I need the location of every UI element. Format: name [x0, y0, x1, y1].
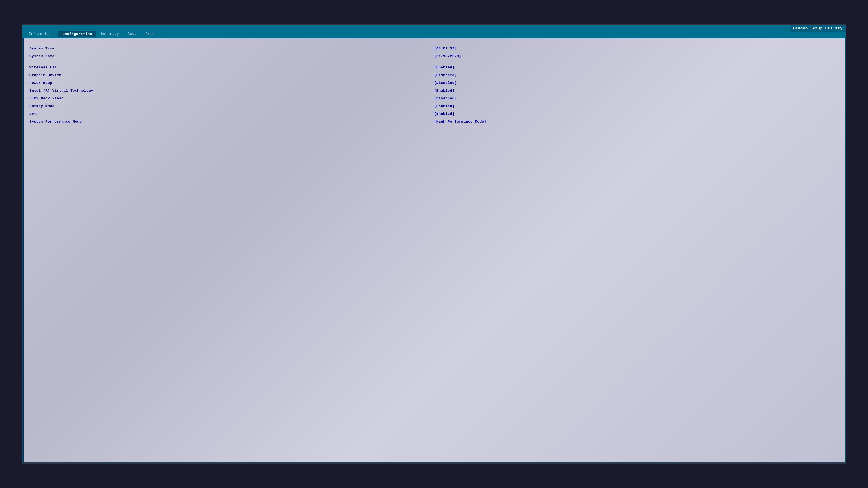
setting-value-intel-vt[interactable]: [Enabled] — [434, 87, 838, 95]
setting-row-bios-back-flash[interactable]: BIOS Back Flash[Disabled] — [30, 95, 838, 102]
setting-value-system-date[interactable]: [01/18/2020] — [434, 53, 838, 60]
branding-title: Lenovo Setup Utility — [790, 25, 846, 32]
menu-item-information[interactable]: Information — [25, 31, 58, 37]
setting-label-system-time: System Time — [30, 45, 434, 53]
setting-row-system-date[interactable]: System Date[01/18/2020] — [30, 53, 838, 60]
setting-row-hotkey-mode[interactable]: HotKey Mode[Enabled] — [30, 102, 838, 110]
menu-item-exit[interactable]: Exit — [141, 31, 159, 37]
setting-value-system-performance-mode[interactable]: [High Performance Mode] — [434, 118, 838, 126]
setting-value-graphic-device[interactable]: [Discrete] — [434, 71, 838, 79]
bios-screen: Lenovo Setup Utility InformationConfigur… — [22, 24, 846, 463]
setting-value-wireless-lan[interactable]: [Enabled] — [434, 64, 838, 71]
setting-row-system-time[interactable]: System Time[08:01:33] — [30, 45, 838, 53]
setting-label-system-date: System Date — [30, 53, 434, 60]
setting-label-dptf: DPTF — [30, 110, 434, 118]
setting-label-bios-back-flash: BIOS Back Flash — [30, 95, 434, 102]
setting-row-dptf[interactable]: DPTF[Enabled] — [30, 110, 838, 118]
menu-bar: InformationConfigurationSecurityBootExit — [22, 25, 846, 38]
setting-row-power-beep[interactable]: Power Beep[Disabled] — [30, 79, 838, 87]
menu-item-configuration[interactable]: Configuration — [58, 31, 96, 37]
setting-value-system-time[interactable]: [08:01:33] — [434, 45, 838, 53]
setting-label-hotkey-mode: HotKey Mode — [30, 102, 434, 110]
setting-row-intel-vt[interactable]: Intel (R) Virtual Technology[Enabled] — [30, 87, 838, 95]
setting-row-graphic-device[interactable]: Graphic Device[Discrete] — [30, 71, 838, 79]
setting-row-system-performance-mode[interactable]: System Performance Mode[High Performance… — [30, 118, 838, 126]
setting-label-power-beep: Power Beep — [30, 79, 434, 87]
menu-item-boot[interactable]: Boot — [123, 31, 141, 37]
setting-value-bios-back-flash[interactable]: [Disabled] — [434, 95, 838, 102]
setting-value-power-beep[interactable]: [Disabled] — [434, 79, 838, 87]
menu-item-security[interactable]: Security — [96, 31, 123, 37]
setting-value-hotkey-mode[interactable]: [Enabled] — [434, 102, 838, 110]
setting-label-wireless-lan: Wireless LAN — [30, 64, 434, 71]
setting-label-system-performance-mode: System Performance Mode — [30, 118, 434, 126]
setting-value-dptf[interactable]: [Enabled] — [434, 110, 838, 118]
setting-label-graphic-device: Graphic Device — [30, 71, 434, 79]
setting-label-intel-vt: Intel (R) Virtual Technology — [30, 87, 434, 95]
settings-table: System Time[08:01:33]System Date[01/18/2… — [30, 45, 838, 125]
setting-row-wireless-lan[interactable]: Wireless LAN[Enabled] — [30, 64, 838, 71]
content-area: System Time[08:01:33]System Date[01/18/2… — [22, 38, 846, 463]
